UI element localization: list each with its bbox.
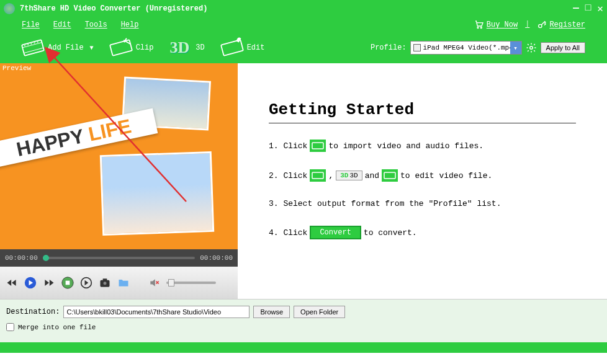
edit-button[interactable]: Edit (221, 40, 265, 56)
titlebar: 7thShare HD Video Converter (Unregistere… (0, 0, 607, 17)
dropdown-arrow-icon: ▼ (90, 45, 94, 51)
app-logo-icon (4, 3, 15, 14)
timeline-handle[interactable] (43, 255, 49, 261)
getting-started-panel: Getting Started 1. Click to import video… (238, 63, 607, 299)
profile-label: Profile: (371, 43, 407, 52)
svg-rect-23 (384, 172, 395, 179)
rewind-button[interactable] (5, 276, 19, 290)
svg-point-8 (30, 43, 32, 45)
snapshot-button[interactable] (98, 276, 112, 290)
toolbar: Add File ▼ Clip 3D 3D Edit Profile: iPad… (0, 32, 607, 63)
timeline-slider[interactable] (43, 257, 195, 259)
svg-rect-3 (22, 40, 44, 56)
menu-file[interactable]: File (22, 20, 40, 29)
svg-line-4 (22, 42, 42, 47)
three-d-label: 3D (196, 43, 204, 52)
browse-button[interactable]: Browse (253, 306, 290, 318)
three-d-icon: 3D (169, 38, 189, 57)
three-d-button[interactable]: 3D 3D (169, 38, 204, 57)
add-file-mini-icon (310, 140, 326, 152)
buy-now-link[interactable]: Buy Now (474, 20, 518, 30)
edit-label: Edit (247, 43, 265, 52)
menu-edit[interactable]: Edit (53, 20, 71, 29)
preview-panel: Preview HAPPY LIFE 00:00:00 00:00:00 (0, 63, 238, 299)
open-folder-button[interactable]: Open Folder (294, 306, 345, 318)
edit-mini-icon (382, 169, 398, 182)
window-title: 7thShare HD Video Converter (Unregistere… (20, 4, 573, 13)
svg-point-2 (539, 24, 542, 27)
register-label: Register (549, 20, 585, 29)
convert-mini-button: Convert (310, 226, 361, 239)
svg-rect-22 (312, 172, 323, 179)
svg-rect-12 (221, 40, 243, 56)
preview-video-area: HAPPY LIFE (0, 63, 238, 249)
volume-handle[interactable] (168, 279, 174, 286)
svg-point-7 (27, 44, 29, 45)
settings-gear-icon[interactable] (526, 42, 537, 53)
menubar: File Edit Tools Help Buy Now | Register (0, 17, 607, 32)
destination-label: Destination: (6, 308, 60, 316)
apply-to-all-button[interactable]: Apply to All (541, 42, 585, 53)
getting-started-title: Getting Started (269, 100, 576, 123)
merge-checkbox[interactable] (6, 323, 14, 331)
bottom-panel: Destination: Browse Open Folder Merge in… (0, 299, 607, 342)
main-area: Preview HAPPY LIFE 00:00:00 00:00:00 (0, 63, 607, 299)
next-button[interactable] (79, 276, 93, 290)
clip-icon (108, 37, 134, 58)
svg-point-10 (37, 42, 38, 43)
preview-thumbnail-2 (100, 151, 214, 236)
svg-point-0 (477, 27, 479, 29)
svg-rect-20 (103, 278, 107, 280)
footer-bar (0, 342, 607, 353)
step-1: 1. Click to import video and audio files… (269, 140, 576, 152)
menu-help[interactable]: Help (121, 20, 139, 29)
mute-button[interactable] (148, 276, 161, 290)
svg-rect-16 (66, 281, 70, 285)
svg-point-1 (480, 27, 482, 29)
time-total: 00:00:00 (200, 254, 233, 262)
add-file-button[interactable]: Add File ▼ (22, 40, 94, 56)
step-2: 2. Click , 3D3D and to edit video file. (269, 169, 576, 182)
time-current: 00:00:00 (5, 254, 38, 262)
cart-icon (474, 20, 484, 30)
svg-point-19 (104, 282, 107, 285)
film-icon (20, 37, 46, 58)
svg-rect-11 (110, 40, 132, 56)
clip-mini-icon (310, 169, 326, 182)
step-3: 3. Select output format from the "Profil… (269, 199, 576, 208)
timeline: 00:00:00 00:00:00 (0, 249, 238, 267)
menu-tools[interactable]: Tools (85, 20, 107, 29)
merge-label: Merge into one file (18, 324, 96, 331)
close-button[interactable]: ✕ (597, 2, 603, 15)
player-controls (0, 267, 238, 299)
register-link[interactable]: Register (537, 20, 585, 30)
three-d-mini-button: 3D3D (336, 171, 362, 180)
svg-point-6 (24, 45, 25, 46)
minimize-button[interactable]: — (573, 2, 579, 15)
profile-format-icon (413, 44, 421, 51)
clip-button[interactable]: Clip (110, 40, 154, 56)
svg-line-5 (24, 48, 43, 53)
clip-label: Clip (136, 43, 154, 52)
edit-icon (219, 37, 245, 58)
buy-now-label: Buy Now (487, 20, 518, 29)
destination-input[interactable] (63, 306, 250, 318)
folder-button[interactable] (117, 276, 130, 290)
forward-button[interactable] (42, 276, 56, 290)
svg-point-13 (529, 47, 533, 50)
preview-label: Preview (2, 64, 31, 72)
stop-button[interactable] (61, 276, 74, 290)
profile-value: iPad MPEG4 Video(*.mp4) (423, 44, 518, 51)
play-button[interactable] (24, 276, 37, 290)
chevron-down-icon: ▾ (510, 42, 521, 54)
svg-point-9 (34, 42, 35, 43)
key-icon (537, 20, 547, 30)
maximize-button[interactable]: □ (585, 2, 591, 15)
step-4: 4. Click Convert to convert. (269, 226, 576, 239)
svg-rect-21 (312, 143, 323, 149)
add-file-label: Add File (48, 43, 84, 52)
volume-slider[interactable] (166, 282, 216, 284)
profile-select[interactable]: iPad MPEG4 Video(*.mp4) ▾ (410, 41, 522, 55)
